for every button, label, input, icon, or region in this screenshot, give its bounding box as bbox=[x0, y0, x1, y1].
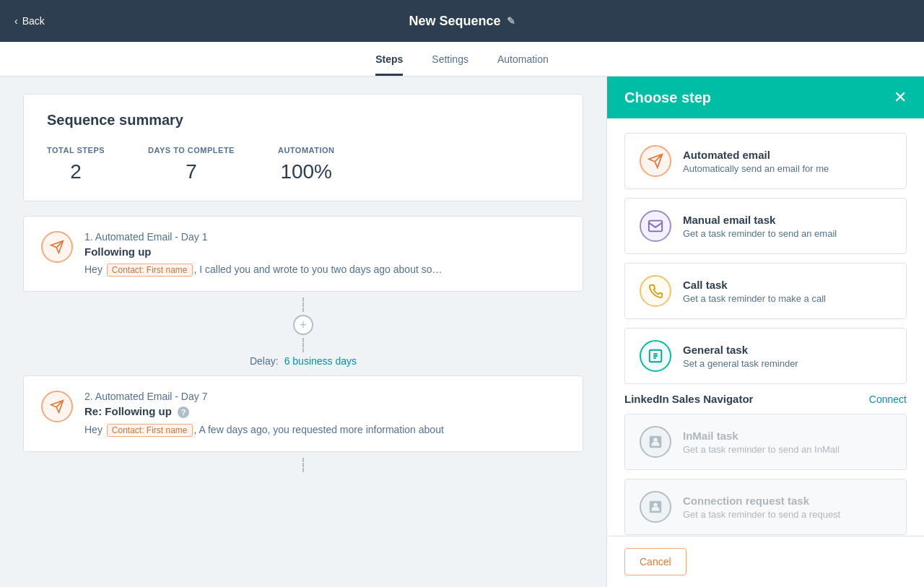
call-task-title: Call task bbox=[683, 279, 826, 291]
svg-rect-0 bbox=[649, 221, 662, 232]
connector-1: + Delay: 6 business days bbox=[23, 292, 583, 375]
back-button[interactable]: ‹ Back bbox=[14, 15, 45, 27]
automated-email-text: Automated email Automatically send an em… bbox=[683, 149, 829, 174]
step-card-1: 1. Automated Email - Day 1 Following up … bbox=[23, 216, 583, 292]
add-step-button[interactable]: + bbox=[293, 315, 313, 335]
edit-title-icon[interactable]: ✎ bbox=[507, 15, 515, 27]
tab-steps[interactable]: Steps bbox=[375, 53, 403, 76]
step-1-preview: Hey Contact: First name, I called you an… bbox=[84, 264, 445, 277]
manual-email-icon bbox=[640, 210, 671, 242]
top-nav: ‹ Back New Sequence ✎ bbox=[0, 0, 924, 42]
manual-email-text: Manual email task Get a task reminder to… bbox=[683, 214, 837, 239]
option-connection-request: Connection request task Get a task remin… bbox=[624, 479, 907, 535]
inmail-title: InMail task bbox=[683, 430, 840, 442]
stat-automation-label: AUTOMATION bbox=[278, 146, 335, 155]
option-general-task[interactable]: General task Set a general task reminder bbox=[624, 328, 907, 384]
stat-days-to-complete: DAYS TO COMPLETE 7 bbox=[148, 146, 235, 183]
back-arrow-icon: ‹ bbox=[14, 15, 18, 27]
general-task-desc: Set a general task reminder bbox=[683, 358, 798, 369]
stat-total-steps-value: 2 bbox=[47, 160, 105, 183]
step-2-preview: Hey Contact: First name, A few days ago,… bbox=[84, 424, 445, 437]
option-call-task[interactable]: Call task Get a task reminder to make a … bbox=[624, 263, 907, 319]
stat-days-value: 7 bbox=[148, 160, 235, 183]
option-automated-email[interactable]: Automated email Automatically send an em… bbox=[624, 133, 907, 189]
delay-row: Delay: 6 business days bbox=[250, 352, 357, 370]
cancel-button[interactable]: Cancel bbox=[624, 548, 687, 575]
call-task-text: Call task Get a task reminder to make a … bbox=[683, 279, 826, 304]
step-2-contact-tag: Contact: First name bbox=[107, 424, 193, 437]
stat-automation-value: 100% bbox=[278, 160, 335, 183]
step-2-subject: Re: Following up ? bbox=[84, 405, 565, 418]
connector-line-top bbox=[302, 297, 304, 312]
connection-text: Connection request task Get a task remin… bbox=[683, 495, 840, 520]
automated-email-icon bbox=[640, 145, 671, 177]
stat-total-steps-label: TOTAL STEPS bbox=[47, 146, 105, 155]
stat-days-label: DAYS TO COMPLETE bbox=[148, 146, 235, 155]
step-2-icon bbox=[41, 391, 73, 422]
step-2-info-icon: ? bbox=[178, 406, 189, 418]
automated-email-title: Automated email bbox=[683, 149, 829, 161]
linkedin-header: LinkedIn Sales Navigator Connect bbox=[624, 393, 907, 405]
panel-title: Choose step bbox=[624, 90, 711, 106]
stat-total-steps: TOTAL STEPS 2 bbox=[47, 146, 105, 183]
linkedin-title: LinkedIn Sales Navigator bbox=[624, 393, 753, 405]
sequence-title-text: New Sequence bbox=[409, 14, 500, 29]
option-inmail-task: InMail task Get a task reminder to send … bbox=[624, 414, 907, 470]
panel-header: Choose step ✕ bbox=[607, 77, 924, 118]
step-1-contact-tag: Contact: First name bbox=[107, 264, 193, 277]
summary-stats: TOTAL STEPS 2 DAYS TO COMPLETE 7 AUTOMAT… bbox=[47, 146, 559, 183]
step-1-subject: Following up bbox=[84, 245, 565, 258]
automated-email-desc: Automatically send an email for me bbox=[683, 163, 829, 174]
summary-title: Sequence summary bbox=[47, 112, 559, 129]
step-2-info: 2. Automated Email - Day 7 Re: Following… bbox=[84, 391, 565, 437]
summary-card: Sequence summary TOTAL STEPS 2 DAYS TO C… bbox=[23, 94, 583, 201]
step-2-header: 2. Automated Email - Day 7 Re: Following… bbox=[41, 391, 565, 437]
step-2-preview-start: Hey bbox=[84, 424, 105, 435]
step-1-info: 1. Automated Email - Day 1 Following up … bbox=[84, 231, 565, 277]
general-task-title: General task bbox=[683, 344, 798, 356]
connection-icon bbox=[640, 491, 671, 523]
general-task-icon bbox=[640, 340, 671, 372]
step-2-preview-end: , A few days ago, you requested more inf… bbox=[194, 424, 444, 435]
call-task-icon bbox=[640, 275, 671, 307]
step-card-2: 2. Automated Email - Day 7 Re: Following… bbox=[23, 375, 583, 452]
connection-title: Connection request task bbox=[683, 495, 840, 507]
step-1-type: 1. Automated Email - Day 1 bbox=[84, 231, 565, 243]
inmail-text: InMail task Get a task reminder to send … bbox=[683, 430, 840, 455]
stat-automation: AUTOMATION 100% bbox=[278, 146, 335, 183]
connection-desc: Get a task reminder to send a request bbox=[683, 509, 840, 520]
tabs-bar: Steps Settings Automation bbox=[0, 42, 924, 77]
inmail-icon bbox=[640, 426, 671, 458]
step-1-preview-end: , I called you and wrote to you two days… bbox=[194, 264, 446, 275]
right-panel: Choose step ✕ Automated email Automatica… bbox=[606, 77, 924, 587]
connector-line-bottom bbox=[302, 338, 304, 352]
step-2-type: 2. Automated Email - Day 7 bbox=[84, 391, 565, 402]
left-content: Sequence summary TOTAL STEPS 2 DAYS TO C… bbox=[0, 77, 606, 587]
option-manual-email[interactable]: Manual email task Get a task reminder to… bbox=[624, 198, 907, 254]
back-label: Back bbox=[22, 15, 45, 27]
main-layout: Sequence summary TOTAL STEPS 2 DAYS TO C… bbox=[0, 77, 924, 587]
step-1-preview-start: Hey bbox=[84, 264, 105, 275]
manual-email-title: Manual email task bbox=[683, 214, 837, 226]
inmail-desc: Get a task reminder to send an InMail bbox=[683, 444, 840, 455]
linkedin-section: LinkedIn Sales Navigator Connect InMail … bbox=[624, 393, 907, 535]
call-task-desc: Get a task reminder to make a call bbox=[683, 293, 826, 304]
delay-label: Delay: bbox=[250, 355, 279, 367]
connector-bottom-line bbox=[302, 458, 304, 472]
manual-email-desc: Get a task reminder to send an email bbox=[683, 228, 837, 239]
step-1-header: 1. Automated Email - Day 1 Following up … bbox=[41, 231, 565, 277]
panel-body: Automated email Automatically send an em… bbox=[607, 118, 924, 536]
panel-close-button[interactable]: ✕ bbox=[894, 88, 907, 107]
connector-2 bbox=[23, 452, 583, 478]
delay-value[interactable]: 6 business days bbox=[284, 355, 357, 367]
panel-footer: Cancel bbox=[607, 536, 924, 587]
tab-automation[interactable]: Automation bbox=[497, 53, 549, 76]
sequence-title: New Sequence ✎ bbox=[409, 14, 515, 29]
linkedin-connect-button[interactable]: Connect bbox=[869, 393, 907, 405]
tab-settings[interactable]: Settings bbox=[432, 53, 468, 76]
general-task-text: General task Set a general task reminder bbox=[683, 344, 798, 369]
step-1-icon bbox=[41, 231, 73, 263]
